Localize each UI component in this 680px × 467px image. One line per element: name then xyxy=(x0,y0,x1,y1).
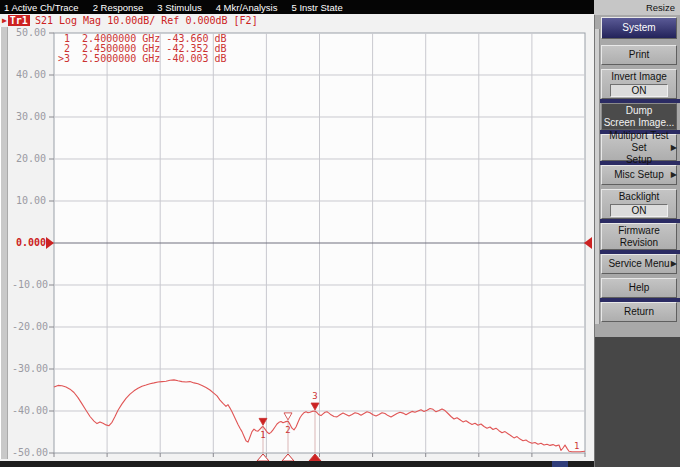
y-axis-tick-label: -20.00 xyxy=(12,322,46,332)
vna-screen: 1 Active Ch/Trace2 Response3 Stimulus4 M… xyxy=(0,0,680,467)
softkey-system[interactable]: System xyxy=(601,17,677,39)
softkey-label: Return xyxy=(624,306,654,318)
softkey-help[interactable]: Help xyxy=(601,278,677,298)
y-axis-tick-label: 30.00 xyxy=(12,112,46,122)
softkey-label: Revision xyxy=(620,237,658,249)
y-axis-tick-label: -40.00 xyxy=(12,406,46,416)
reference-level-label: 0.000 xyxy=(12,238,46,248)
marker-2-label: 2 xyxy=(285,425,290,435)
softkey-firmware-revision[interactable]: FirmwareRevision xyxy=(601,223,677,250)
softkey-menu: SystemPrintInvert ImageONDumpScreen Imag… xyxy=(595,15,680,337)
softkey-service-menu[interactable]: Service Menu▶ xyxy=(601,254,677,274)
softkey-state-value: ON xyxy=(610,84,668,97)
softkey-invert-image[interactable]: Invert ImageON xyxy=(601,69,677,99)
y-axis-tick-label: 20.00 xyxy=(12,154,46,164)
submenu-arrow-icon: ▶ xyxy=(671,258,677,270)
marker-stimulus-triangle-icon xyxy=(257,454,269,461)
softkey-label: Service Menu xyxy=(608,258,669,270)
trace-end-label: 1 xyxy=(574,441,579,451)
y-axis-tick-label: -30.00 xyxy=(12,364,46,374)
y-axis-tick-label: -50.00 xyxy=(12,448,46,458)
resize-button[interactable]: Resize xyxy=(646,2,675,13)
softkey-label: Invert Image xyxy=(611,71,667,83)
y-axis-tick-label: 10.00 xyxy=(12,196,46,206)
marker-readout: 1 2.4000000 GHz -43.660 dB 2 2.4500000 G… xyxy=(58,34,227,64)
softkey-label: Screen Image... xyxy=(604,117,675,129)
submenu-arrow-icon: ▶ xyxy=(671,169,677,181)
submenu-arrow-icon: ▶ xyxy=(671,142,677,154)
y-axis-tick-label: 50.00 xyxy=(12,28,46,38)
softkey-label: Misc Setup xyxy=(614,169,663,181)
softkey-label: System xyxy=(622,22,655,34)
softkey-sidebar: SystemPrintInvert ImageONDumpScreen Imag… xyxy=(594,15,680,467)
softkey-print[interactable]: Print xyxy=(601,45,677,65)
focus-indicator xyxy=(552,461,568,467)
softkey-dump-screen-image[interactable]: DumpScreen Image... xyxy=(601,103,677,130)
softkey-label: Dump xyxy=(626,105,653,117)
softkey-misc-setup[interactable]: Misc Setup▶ xyxy=(601,165,677,185)
softkey-state-value: ON xyxy=(610,204,668,217)
softkey-buttons: SystemPrintInvert ImageONDumpScreen Imag… xyxy=(595,17,680,322)
bottom-bar xyxy=(0,461,594,467)
marker-stimulus-triangle-icon xyxy=(282,454,294,461)
softkey-multiport-test-set-setup[interactable]: Multiport Test SetSetup▶ xyxy=(601,134,677,161)
softkey-label: Help xyxy=(629,282,650,294)
marker-1-label: 1 xyxy=(260,430,265,440)
softkey-backlight[interactable]: BacklightON xyxy=(601,189,677,219)
marker-readout-line: >3 2.5000000 GHz -40.003 dB xyxy=(58,54,227,64)
sidebar-empty-area xyxy=(595,337,680,467)
softkey-label: Backlight xyxy=(619,191,660,203)
softkey-label: Setup xyxy=(626,154,652,166)
y-axis-tick-label: 40.00 xyxy=(12,70,46,80)
plot-svg: 1123 xyxy=(0,0,594,467)
softkey-label: Print xyxy=(629,49,650,61)
softkey-return[interactable]: Return xyxy=(601,302,677,322)
softkey-scroll-rail[interactable] xyxy=(595,29,600,324)
reference-level-left-arrow-icon xyxy=(46,237,54,249)
marker-3-label: 3 xyxy=(312,391,317,401)
y-axis-tick-label: -10.00 xyxy=(12,280,46,290)
top-right-corner: Resize xyxy=(594,0,680,15)
softkey-label: Firmware xyxy=(618,225,660,237)
softkey-label: Multiport Test Set xyxy=(602,130,676,154)
